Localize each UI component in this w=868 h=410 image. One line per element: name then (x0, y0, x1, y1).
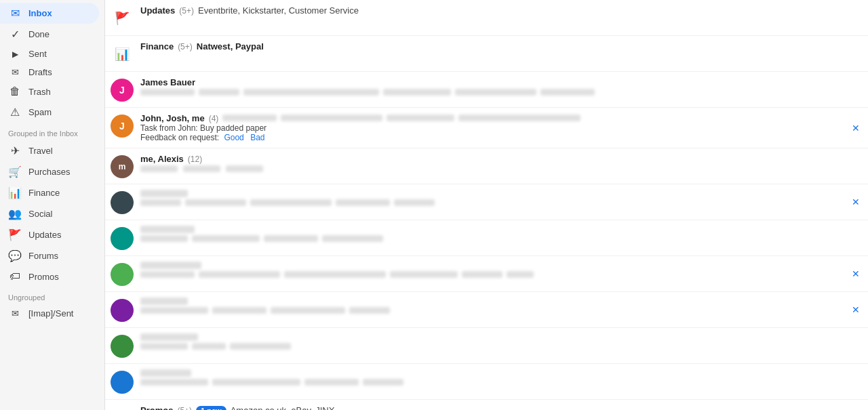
ungrouped-section-label: Ungrouped (0, 287, 104, 304)
subject-blur (507, 271, 534, 278)
travel-icon: ✈ (8, 144, 22, 157)
sidebar-item-social[interactable]: 👥 Social (0, 203, 99, 224)
email-sender: John, Josh, me (140, 113, 205, 123)
promos-icon: 🏷 (8, 270, 22, 283)
sidebar-item-inbox[interactable]: ✉ Inbox (0, 3, 99, 24)
subject-blur (199, 271, 280, 278)
subject-blur (140, 379, 208, 386)
email-content: me, Alexis (12) (140, 154, 860, 172)
promos-avatar: 🏷 (111, 407, 134, 410)
sidebar-item-drafts[interactable]: ✉ Drafts (0, 63, 99, 81)
feedback-bad[interactable]: Bad (250, 133, 264, 142)
sidebar-item-label: Sent (28, 49, 47, 59)
email-count: (5+) (178, 42, 193, 52)
finance-icon: 📊 (8, 186, 22, 199)
x-icon[interactable]: ✕ (852, 123, 860, 134)
social-icon: 👥 (8, 207, 22, 220)
subject-blur (390, 271, 458, 278)
email-count: (5+) (177, 406, 192, 411)
email-content: Updates (5+) Eventbrite, Kickstarter, Cu… (140, 5, 860, 16)
x-icon[interactable]: ✕ (852, 197, 860, 207)
subject-blur (336, 199, 390, 206)
email-content: John, Josh, me (4) Task from John: Buy p… (140, 113, 846, 142)
sidebar-item-label: Purchases (28, 167, 70, 177)
email-row-james-bauer[interactable]: J James Bauer (105, 72, 868, 108)
email-sender: me, Alexis (140, 154, 184, 164)
subject-blur (140, 307, 208, 314)
email-subject: Eventbrite, Kickstarter, Customer Servic… (198, 5, 359, 16)
new-badge: 1 new (196, 406, 226, 411)
subject-blur (284, 271, 386, 278)
feedback-label: Feedback on request: (140, 133, 219, 142)
email-row-blur6[interactable] (105, 364, 868, 400)
updates-avatar: 🚩 (111, 7, 134, 30)
sidebar-item-label: Finance (28, 188, 60, 198)
sent-icon: ▶ (8, 49, 22, 59)
sidebar-item-label: Done (28, 29, 50, 39)
email-row-blur5[interactable] (105, 328, 868, 364)
email-row-updates-group[interactable]: 🚩 Updates (5+) Eventbrite, Kickstarter, … (105, 0, 868, 36)
sidebar-item-label: Updates (28, 230, 61, 240)
email-content: James Bauer (140, 77, 860, 96)
email-row-promos-group[interactable]: 🏷 Promos (5+) 1 new Amazon.co.uk, eBay, … (105, 400, 868, 410)
email-content (140, 226, 860, 242)
subject-blur (243, 89, 379, 96)
blur4-avatar (111, 299, 134, 322)
subject-blur (458, 115, 580, 121)
sidebar-item-imap-sent[interactable]: ✉ [Imap]/Sent (0, 304, 99, 323)
email-row-john-josh-me[interactable]: J John, Josh, me (4) Task from John: Buy… (105, 108, 868, 148)
x-icon[interactable]: ✕ (852, 304, 860, 315)
email-row-blur1[interactable]: ✕ (105, 184, 868, 220)
sender-blur (140, 333, 198, 341)
email-content (140, 369, 860, 386)
email-row-blur3[interactable]: ✕ (105, 256, 868, 292)
subject-blur (212, 379, 300, 386)
inbox-icon: ✉ (8, 7, 22, 20)
subject-blur (230, 343, 291, 350)
sidebar-item-purchases[interactable]: 🛒 Purchases (0, 161, 99, 182)
feedback-good[interactable]: Good (224, 133, 243, 142)
sidebar-item-sent[interactable]: ▶ Sent (0, 45, 99, 63)
email-row-me-alexis[interactable]: m me, Alexis (12) (105, 148, 868, 184)
sidebar-item-travel[interactable]: ✈ Travel (0, 140, 99, 161)
trash-icon: 🗑 (8, 85, 22, 98)
sender-blur (140, 190, 188, 197)
purchases-icon: 🛒 (8, 165, 22, 178)
sidebar-item-finance[interactable]: 📊 Finance (0, 182, 99, 203)
subject-blur (140, 343, 188, 350)
sidebar-item-label: Forums (28, 251, 58, 261)
finance-avatar: 📊 (111, 43, 134, 66)
spam-icon: ⚠ (8, 106, 22, 119)
email-count: (5+) (179, 6, 194, 16)
subject-blur (455, 89, 536, 96)
email-sender: Promos (140, 405, 173, 410)
email-count: (12) (188, 155, 202, 164)
sidebar-item-done[interactable]: ✓ Done (0, 24, 99, 45)
sidebar-item-promos[interactable]: 🏷 Promos (0, 266, 99, 287)
sidebar-item-label: [Imap]/Sent (28, 308, 73, 319)
email-row-blur4[interactable]: ✕ (105, 292, 868, 328)
subject-blur (304, 379, 359, 386)
sidebar-item-trash[interactable]: 🗑 Trash (0, 81, 99, 102)
sidebar-item-label: Drafts (28, 67, 52, 77)
sidebar-item-updates[interactable]: 🚩 Updates (0, 224, 99, 245)
email-content (140, 333, 860, 350)
subject-blur (212, 307, 267, 314)
sidebar-item-spam[interactable]: ⚠ Spam (0, 102, 99, 123)
email-sender: Finance (140, 41, 174, 52)
subject-blur (222, 115, 277, 121)
email-row-finance-group[interactable]: 📊 Finance (5+) Natwest, Paypal (105, 36, 868, 72)
sidebar-item-forums[interactable]: 💬 Forums (0, 245, 99, 266)
subject-blur (140, 89, 195, 96)
email-content (140, 262, 846, 278)
blur2-avatar (111, 227, 134, 250)
x-icon[interactable]: ✕ (852, 268, 860, 279)
email-count: (4) (209, 114, 219, 123)
sidebar: ✉ Inbox ✓ Done ▶ Sent ✉ Drafts 🗑 Trash ⚠… (0, 0, 105, 410)
email-row-blur2[interactable] (105, 220, 868, 256)
email-feedback: Feedback on request: Good Bad (140, 133, 846, 142)
subject-blur (394, 199, 435, 206)
subject-blur (387, 115, 454, 121)
sidebar-item-label: Travel (28, 146, 53, 156)
subject-blur (140, 199, 181, 206)
